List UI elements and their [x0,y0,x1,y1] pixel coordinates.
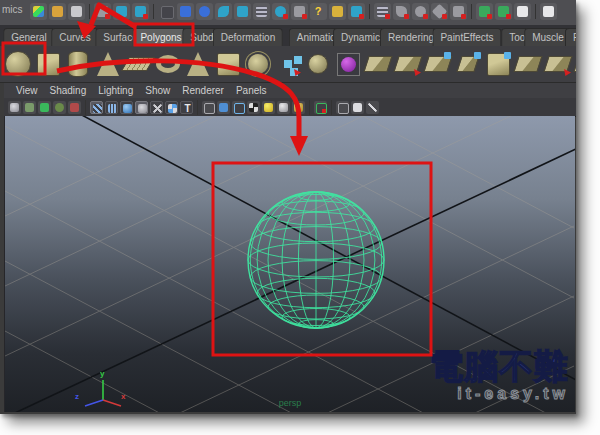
toolbar-separator [471,4,472,19]
extract-icon[interactable] [395,50,421,78]
tab-polygons[interactable]: Polygons [132,28,189,46]
toolbar-separator [369,4,370,19]
wireframe-sphere [248,192,384,329]
curve-tool-icon[interactable] [215,3,232,20]
poly-plane-icon[interactable] [125,50,151,78]
safe-title-text-icon[interactable]: T [180,101,193,114]
xyz-axis-icon[interactable] [30,3,47,20]
snap-grid-icon[interactable] [374,3,391,20]
menu-lighting[interactable]: Lighting [98,85,133,96]
split-face-icon[interactable] [485,50,511,78]
bevel-icon[interactable] [545,50,571,78]
scatter-icon[interactable] [275,50,301,78]
film-gate-icon[interactable] [90,101,103,114]
smooth-sphere-icon[interactable] [305,50,331,78]
input-connection-icon[interactable] [476,3,493,20]
mirror-icon[interactable] [575,50,576,78]
snap-view-icon[interactable] [450,3,467,20]
bridge-icon[interactable] [455,50,481,78]
poly-pyramid-icon[interactable] [215,50,241,78]
bookmark-icon[interactable] [23,101,36,114]
poly-torus-icon[interactable] [155,50,181,78]
two-d-pan-icon[interactable] [53,101,66,114]
lighting-all-icon[interactable] [262,101,275,114]
toolbar-separator [309,100,310,115]
lock-icon[interactable] [329,3,346,20]
panel-menubar: View Shading Lighting Show Renderer Pane… [4,83,576,99]
quick-select-icon[interactable] [94,3,111,20]
snap-curve-icon[interactable] [393,3,410,20]
snap-point-icon[interactable] [412,3,429,20]
shelf-tab-bar: General Curves Surfaces Polygons Subdivs… [0,25,576,46]
menu-shading[interactable]: Shading [50,85,87,96]
extrude-icon[interactable] [425,50,451,78]
output-connection-icon[interactable] [495,3,512,20]
safe-action-icon[interactable] [150,101,163,114]
spray-icon[interactable] [291,3,308,20]
lighting-none-icon[interactable] [292,101,305,114]
paint-select-icon[interactable] [132,3,149,20]
resolution-gate-icon[interactable] [105,101,118,114]
gate-mask-icon[interactable] [120,101,133,114]
toolbar-separator [197,100,198,115]
toolbar-separator [89,4,90,19]
safe-title-icon[interactable] [165,101,178,114]
help-icon[interactable]: ? [310,3,327,20]
lighting-flat-icon[interactable] [277,101,290,114]
camera-name-label: persp [5,398,575,408]
menu-panels[interactable]: Panels [236,85,267,96]
poly-sphere-icon[interactable] [5,50,31,78]
poly-cone-icon[interactable] [95,50,121,78]
image-plane-icon[interactable] [38,101,51,114]
open-folder-icon[interactable] [49,3,66,20]
render-view-icon[interactable] [540,3,557,20]
poly-cylinder-icon[interactable] [65,50,91,78]
toolbar-separator [153,4,154,19]
move-tool-icon[interactable] [177,3,194,20]
poly-cube-icon[interactable] [35,50,61,78]
exposure-icon[interactable] [351,101,364,114]
gamma-icon[interactable] [366,101,379,114]
grease-pencil-icon[interactable] [68,101,81,114]
tab-fluids-partial[interactable]: F [565,28,576,46]
select-cursor-icon[interactable] [348,3,365,20]
poly-soccerball-icon[interactable] [245,50,271,78]
construction-history-icon[interactable] [514,3,531,20]
toolbar-separator [535,4,536,19]
menu-renderer[interactable]: Renderer [182,85,224,96]
axis-y-label: y [100,369,104,378]
save-icon[interactable] [68,3,85,20]
soft-mod-icon[interactable] [272,3,289,20]
select-camera-icon[interactable] [8,101,21,114]
menu-show[interactable]: Show [145,85,170,96]
tab-deformation[interactable]: Deformation [213,28,283,46]
xray-icon[interactable] [336,101,349,114]
toolbar-separator [85,100,86,115]
textured-icon[interactable] [232,101,245,114]
watermark: 電腦不難 it-easy.tw [429,349,569,402]
maya-window: mics ? [0,0,576,414]
menu-collapse-icon[interactable] [158,3,175,20]
menu-view[interactable]: View [16,85,38,96]
tab-curves[interactable]: Curves [51,28,99,46]
wireframe-icon[interactable] [202,101,215,114]
isolate-select-icon[interactable] [314,101,327,114]
field-chart-icon[interactable] [135,101,148,114]
merge-vertex-icon[interactable] [515,50,541,78]
poly-prism-icon[interactable] [185,50,211,78]
snap-plane-icon[interactable] [431,3,448,20]
rotate-tool-icon[interactable] [196,3,213,20]
menu-set-partial-label: mics [2,4,23,15]
tab-painteffects[interactable]: PaintEffects [432,28,501,46]
lasso-select-icon[interactable] [113,3,130,20]
combine-icon[interactable] [365,50,391,78]
toolbar-separator [331,100,332,115]
mesh-net-icon[interactable] [253,3,270,20]
tab-general[interactable]: General [3,28,55,46]
viewport-persp[interactable]: 電腦不難 it-easy.tw y x z persp [4,116,575,412]
page: mics ? [0,0,600,435]
shaded-icon[interactable] [217,101,230,114]
cluster-icon[interactable] [234,3,251,20]
use-default-material-icon[interactable] [247,101,260,114]
shaded-sphere-icon[interactable] [335,50,361,78]
